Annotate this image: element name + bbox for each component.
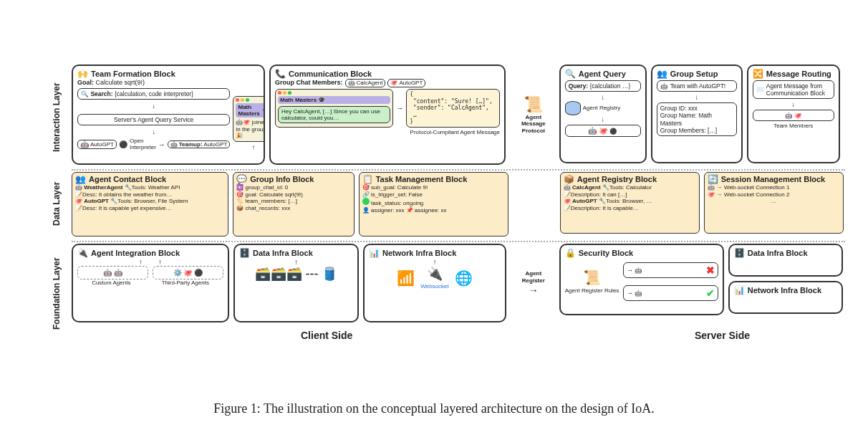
group-id: Group ID: xxx [660, 105, 733, 112]
route-icon: 🔀 [753, 69, 763, 79]
task-trigger: is_trigger_set: False [371, 191, 423, 198]
member-autogpt: AutoGPT [399, 80, 423, 87]
task-status: task_status: ongoing [371, 200, 423, 206]
layer-label-data: Data Layer [52, 182, 62, 226]
globe-icon: 🌐 [455, 269, 473, 287]
task-subgoal: sub_goal: Calculate 9! [371, 184, 428, 191]
box-icon: 📦 [564, 174, 574, 184]
agent-register-label: Agent Register [513, 270, 554, 284]
group-members: Group Members: […] [660, 127, 733, 134]
message-routing-title: Message Routing [766, 70, 831, 78]
task-assigner: assigner: xxx [371, 207, 405, 214]
group-info-members: team_members: […] [246, 198, 297, 204]
contact-1-name: WeatherAgent [84, 184, 122, 191]
contact-1-desc: Desc: It obtains the weather from… [82, 191, 172, 198]
group-setup-title: Group Setup [670, 70, 718, 78]
phone-icon: 📞 [275, 69, 286, 79]
goal-value: Calculate sqrt(9!) [96, 79, 145, 86]
group-info-block: 💬Group Info Block 🆔 group_chat_id: 0 🎯 g… [233, 172, 354, 236]
agent-query-title: Agent Query [579, 70, 626, 78]
communication-title: Communication Block [289, 70, 372, 78]
register-rules-label: Agent Register Rules [565, 287, 619, 295]
data-infra-title: Data Infra Block [253, 249, 313, 257]
ws-conn-1: Web-socket Connection 1 [724, 184, 789, 191]
agent-registry-label: Agent Registry [583, 105, 620, 112]
server-network-infra-title: Network Infra Block [748, 286, 821, 295]
group-name: Group Name: Math Masters [660, 112, 733, 126]
teamup-value: AutoGPT [204, 141, 228, 148]
message-routing-block: 🔀Message Routing ✉️Agent Message from Co… [747, 64, 840, 163]
chat-bubble: Hey CalcAgent, […] Since you can use cal… [278, 106, 390, 123]
members-label: Group Chat Members: [275, 79, 343, 87]
custom-agents-label: Custom Agents [92, 279, 130, 287]
contact-2-tools: Tools: Browser, File System [117, 198, 188, 204]
reg-1-name: CalcAgent [572, 184, 601, 191]
contact-2-desc: Desc: It is capable yet expensive… [82, 205, 172, 211]
security-block: 🔒Security Block 📜 Agent Register Rules →… [559, 244, 724, 315]
protocol-icon: 📜 [524, 95, 543, 114]
agent-contact-title: Agent Contact Block [89, 175, 166, 183]
server-data-infra-title: Data Infra Block [748, 249, 808, 257]
protocol-note: Protocol-Compliant Agent Message [275, 129, 500, 136]
people-icon: 👥 [657, 69, 667, 79]
reg-1-desc: Description: It can […] [571, 191, 627, 198]
third-party-agents-label: Third-Party Agents [162, 279, 209, 287]
query-value: {calculation …} [590, 82, 631, 90]
group-info-records: chat_records: xxx [246, 205, 291, 211]
layer-label-interaction: Interaction Layer [52, 82, 62, 152]
agent-contact-block: 👥Agent Contact Block 🤖 WeatherAgent 🔧Too… [72, 172, 228, 236]
session-management-block: 🔄Session Management Block 🤖 → Web-socket… [704, 172, 844, 234]
agent-message-protocol-label: Agent Message Protocol [513, 114, 554, 135]
agent-registry-block: 📦Agent Registry Block 🤖 CalcAgent 🔧Tools… [560, 172, 700, 234]
server-query-label: Server's Agent Query Service [114, 116, 193, 123]
allow-icon: ✔ [706, 287, 715, 299]
contact-2-name: AutoGPT [84, 198, 109, 204]
team-members-label: Team Members [753, 123, 834, 130]
network-infra-title: Network Infra Block [382, 249, 456, 257]
cylinder-icon [565, 101, 581, 115]
deny-icon: ✖ [706, 264, 715, 276]
lock-icon: 🔒 [565, 248, 576, 258]
websocket-label: Websocket [420, 283, 448, 290]
team-formation-title: Team Formation Block [91, 70, 175, 78]
open-interpreter-label: Open Interpreter [130, 138, 156, 151]
agent-integration-block: 🔌Agent Integration Block ↑ ↑ 🤖 🤖 ⚙️ 🐙 ⚫ … [72, 244, 229, 322]
contact-1-tools: Tools: Weather API [132, 184, 180, 191]
team-icon: 🙌 [77, 69, 88, 79]
communication-block: 📞Communication Block Group Chat Members:… [269, 64, 506, 165]
agent-integration-title: Agent Integration Block [91, 249, 180, 257]
database-icon: 🗄️ [734, 248, 745, 258]
reg-1-tools: Tools: Calculator [609, 184, 652, 191]
query-label: Query: [569, 82, 588, 90]
layer-separator [72, 169, 845, 171]
message-from-label: Agent Message from Communication Block [766, 82, 831, 97]
database-icon: 🗄️ [239, 248, 250, 258]
network-icon: 📊 [369, 248, 380, 258]
client-side-label: Client Side [301, 330, 352, 341]
json-content-field: "content": "Sure! […]", [413, 98, 493, 105]
magnifier-icon: 🔍 [565, 69, 576, 79]
reg-2-tools: Tools: Browser, … [606, 198, 652, 204]
session-icon: 🔄 [708, 174, 718, 184]
chat-window-title: Math Masters [238, 104, 259, 117]
network-infra-block-server: 📊Network Infra Block [728, 281, 843, 314]
layer-separator [72, 241, 845, 242]
agent-query-block: 🔍Agent Query Query: {calculation …} ↓ Ag… [559, 64, 647, 163]
team-with-label: Team with AutoGPT! [670, 82, 725, 90]
data-infra-block-client: 🗄️Data Infra Block ↑ 🗃️🗃️🗃️ --- 🛢️ [233, 244, 359, 322]
wifi-icon: 📶 [397, 269, 415, 287]
search-label: Search: [90, 90, 112, 97]
plug-icon: 🔌 [77, 248, 88, 258]
network-icon: 📊 [734, 285, 745, 295]
clipboard-icon: 📋 [362, 174, 373, 184]
group-info-goal: goal: Calculate sqrt(9!) [246, 191, 303, 198]
goal-label: Goal: [77, 79, 94, 86]
team-formation-block: 🙌Team Formation Block Goal: Calculate sq… [72, 64, 265, 165]
autogpt-chip: AutoGPT [90, 141, 114, 148]
task-management-block: 📋Task Management Block 🎯 sub_goal: Calcu… [359, 172, 508, 236]
data-infra-block-server: 🗄️Data Infra Block [728, 244, 843, 277]
group-info-id: group_chat_id: 0 [246, 184, 289, 191]
member-calcagent: CalcAgent [357, 80, 383, 87]
security-title: Security Block [579, 249, 633, 257]
rules-icon: 📜 [583, 269, 601, 286]
